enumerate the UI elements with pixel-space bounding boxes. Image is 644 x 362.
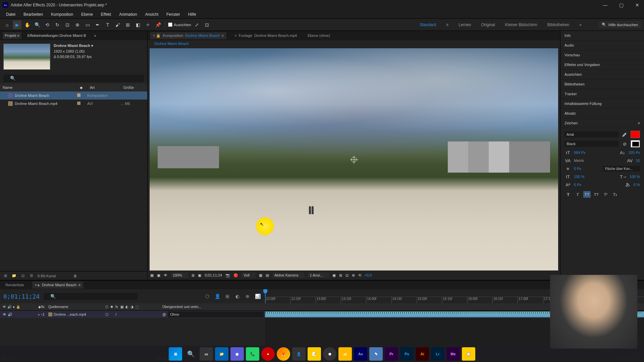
zoom-dropdown[interactable]: 100% bbox=[171, 273, 188, 278]
comp-breadcrumb[interactable]: Drohne Miami Beach bbox=[148, 40, 560, 48]
folder-icon[interactable]: 📁 bbox=[11, 273, 17, 279]
pen-tool-icon[interactable]: ✒ bbox=[93, 20, 102, 29]
menu-fenster[interactable]: Fenster bbox=[163, 11, 183, 18]
taskbar-app3-icon[interactable]: 👤 bbox=[292, 347, 306, 361]
alpha-toggle-icon[interactable]: ▦ bbox=[150, 273, 154, 278]
tl-graph-editor-icon[interactable]: 📊 bbox=[254, 293, 262, 300]
panel-zeichen[interactable]: Zeichen≡ bbox=[560, 118, 644, 128]
taskbar-pr-icon[interactable]: Pr bbox=[385, 347, 398, 361]
tl-frame-blend-icon[interactable]: ⊞ bbox=[223, 293, 231, 300]
fill-color-swatch[interactable] bbox=[631, 131, 640, 138]
eraser-tool-icon[interactable]: ◧ bbox=[133, 20, 142, 29]
panel-vorschau[interactable]: Vorschau bbox=[560, 50, 644, 60]
anchor-tool-icon[interactable]: ⊕ bbox=[73, 20, 82, 29]
grid-icon[interactable]: ▦ bbox=[259, 273, 262, 278]
composition-thumbnail[interactable] bbox=[3, 44, 50, 70]
italic-button[interactable]: T bbox=[574, 191, 581, 198]
workspace-standard[interactable]: Standard bbox=[420, 22, 436, 27]
col-name-header[interactable]: Quellenname bbox=[47, 303, 104, 310]
sw-fx-icon[interactable]: fx bbox=[115, 305, 119, 309]
allcaps-button[interactable]: TT bbox=[583, 191, 591, 198]
parent-dropdown[interactable]: Ohne bbox=[168, 311, 264, 317]
no-color-icon[interactable]: ⊘ bbox=[621, 141, 628, 147]
menu-komposition[interactable]: Komposition bbox=[48, 11, 76, 18]
viewer-canvas[interactable]: ↖ bbox=[150, 48, 558, 270]
taskbar-ai-icon[interactable]: Ai bbox=[416, 347, 429, 361]
col-parent-header[interactable]: Übergeordnet und verkn... bbox=[161, 303, 265, 310]
taskbar-taskview-icon[interactable]: ▭ bbox=[200, 347, 213, 361]
stroke-width-value[interactable]: 0 Px bbox=[574, 167, 581, 171]
taskbar-search-icon[interactable]: 🔍 bbox=[184, 347, 198, 361]
bold-button[interactable]: T bbox=[565, 191, 572, 198]
tl-shy-icon[interactable]: 👤 bbox=[213, 293, 221, 300]
taskbar-app-icon[interactable]: ◉ bbox=[230, 347, 244, 361]
col-header-art[interactable]: Art bbox=[87, 85, 121, 89]
panel-bibliotheken[interactable]: Bibliotheken bbox=[560, 79, 644, 89]
sw-3d-icon[interactable]: ⬚ bbox=[136, 305, 140, 309]
rotate-tool-icon[interactable]: ↻ bbox=[53, 20, 62, 29]
resolution-icon[interactable]: ⊞ bbox=[192, 273, 195, 278]
tab-renderliste[interactable]: Renderliste bbox=[3, 282, 27, 288]
taskbar-app2-icon[interactable]: ● bbox=[261, 347, 275, 361]
sw-shy-icon[interactable]: ⬡ bbox=[105, 305, 109, 309]
snapshot-icon[interactable]: 📷 bbox=[225, 273, 230, 278]
maximize-button[interactable]: ▢ bbox=[617, 2, 625, 8]
menu-animation[interactable]: Animation bbox=[116, 11, 140, 18]
smallcaps-button[interactable]: Tᴛ bbox=[593, 191, 600, 198]
timeline-search-input[interactable] bbox=[44, 293, 138, 300]
roto-tool-icon[interactable]: ✧ bbox=[144, 20, 152, 29]
workspace-overflow-icon[interactable]: » bbox=[579, 22, 582, 27]
tl-graph-icon[interactable]: ⬡ bbox=[203, 293, 211, 300]
camera-dropdown[interactable]: Aktive Kamera bbox=[272, 273, 305, 278]
stroke-mode-select[interactable]: Fläche über Kon... bbox=[603, 166, 640, 172]
sw-star-icon[interactable]: ✱ bbox=[110, 305, 114, 309]
tab-projekt[interactable]: Projekt ≡ bbox=[3, 32, 21, 39]
panel-tracker[interactable]: Tracker bbox=[560, 89, 644, 99]
taskbar-ps-icon[interactable]: Ps bbox=[400, 347, 414, 361]
mask-icon[interactable]: 👁 bbox=[164, 273, 167, 277]
tab-overflow-icon[interactable]: » bbox=[92, 32, 98, 39]
workspace-menu-icon[interactable]: ≡ bbox=[446, 22, 448, 27]
transparency-icon[interactable]: ▣ bbox=[157, 273, 160, 278]
tab-timeline-comp[interactable]: × ▸ Drohne Miami Beach ≡ bbox=[32, 282, 84, 289]
menu-ebene[interactable]: Ebene bbox=[78, 11, 96, 18]
taskbar-folder-icon[interactable]: 📁 bbox=[338, 347, 352, 361]
interpret-icon[interactable]: ⊞ bbox=[3, 273, 8, 279]
taskbar-me-icon[interactable]: Me bbox=[446, 347, 460, 361]
leading-value[interactable]: 325 Px bbox=[629, 150, 640, 155]
taskbar-app6-icon[interactable]: 📋 bbox=[462, 347, 475, 361]
layer-row[interactable]: 👁 🔊 ▸ ▪ 1 Drohne ...each.mp4 ⬡/ @ Ohne bbox=[0, 311, 265, 318]
channel-icon[interactable]: 🔴 bbox=[233, 273, 238, 278]
guides-icon[interactable]: ▤ bbox=[266, 273, 269, 278]
stroke-color-swatch[interactable] bbox=[631, 140, 640, 147]
exposure-value[interactable]: +0,0 bbox=[365, 273, 372, 277]
exposure-reset-icon[interactable]: ⟲ bbox=[358, 273, 361, 278]
orbit-tool-icon[interactable]: ⟲ bbox=[43, 20, 52, 29]
taskbar-obs-icon[interactable]: ⏺ bbox=[323, 347, 336, 361]
settings-icon[interactable]: ⚙ bbox=[29, 273, 34, 279]
solo-column-icon[interactable]: ● bbox=[13, 305, 15, 309]
minimize-button[interactable]: — bbox=[601, 2, 609, 8]
panel-ausrichten[interactable]: Ausrichten bbox=[560, 70, 644, 79]
panel-audio[interactable]: Audio bbox=[560, 41, 644, 50]
menu-bearbeiten[interactable]: Bearbeiten bbox=[20, 11, 46, 18]
layer-eye-icon[interactable]: 👁 bbox=[3, 312, 6, 316]
col-header-label-icon[interactable]: ◆ bbox=[77, 85, 87, 90]
menu-hilfe[interactable]: Hilfe bbox=[185, 11, 200, 18]
col-nr-header[interactable]: ◆ Nr. bbox=[37, 303, 47, 310]
view-opt1-icon[interactable]: ▣ bbox=[332, 273, 336, 278]
tab-footage[interactable]: × Footage Drohne Miami Beach.mp4 bbox=[232, 32, 300, 39]
tsume-value[interactable]: 0 % bbox=[634, 183, 640, 187]
col-header-name[interactable]: Name bbox=[0, 85, 77, 89]
start-button[interactable]: ⊞ bbox=[169, 347, 182, 361]
font-size-value[interactable]: 569 Px bbox=[574, 150, 585, 155]
resolution-dropdown[interactable]: Voll bbox=[241, 273, 256, 278]
bit-depth-label[interactable]: 8-Bit-Kanal bbox=[38, 274, 56, 278]
project-item-footage[interactable]: Drohne Miami Beach.mp4 AVI ... ME bbox=[0, 100, 147, 108]
workspace-bibliotheken[interactable]: Bibliotheken bbox=[547, 22, 569, 27]
lock-column-icon[interactable]: 🔒 bbox=[16, 305, 20, 309]
sw-adj-icon[interactable]: ◑ bbox=[130, 305, 135, 309]
layer-speaker-icon[interactable]: 🔊 bbox=[8, 312, 12, 317]
baseline-value[interactable]: 0 Px bbox=[574, 183, 581, 187]
taskbar-whatsapp-icon[interactable]: 📞 bbox=[246, 347, 259, 361]
